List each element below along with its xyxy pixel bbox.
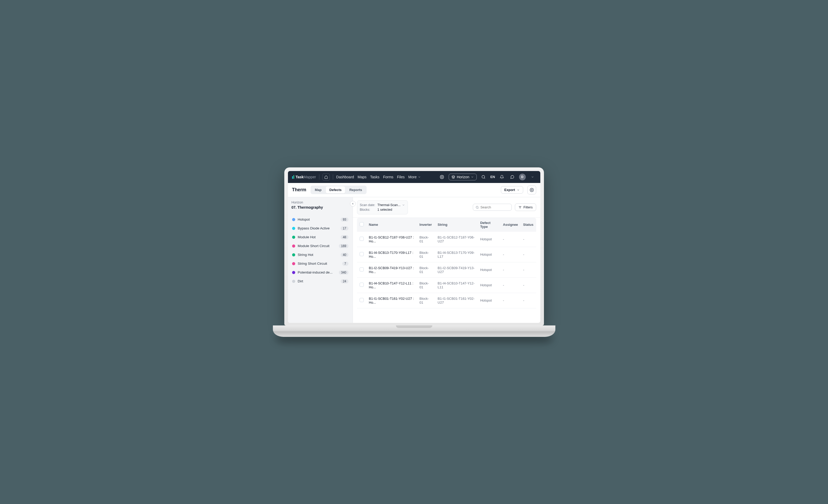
user-menu-caret[interactable] [529,173,536,181]
chevron-down-icon [418,175,421,178]
nav-more[interactable]: More [408,175,421,179]
select-all-checkbox[interactable] [360,222,364,226]
cell-inverter: Block-01 [417,262,435,278]
table-row[interactable]: B1-I1-SCB12-T187-Y06-U27 : Ho...Block-01… [357,232,536,247]
category-label: Bypass Diode Active [298,226,338,230]
sidebar-project: Horizon [292,200,349,204]
scan-date-label: Scan date: [360,203,376,207]
table-row[interactable]: B1-I2-SCB09-T419-Y13-U27 : Ho...Block-01… [357,262,536,278]
col-assignee: Assignee [500,218,521,232]
notifications-button[interactable] [498,173,505,181]
category-count: 24 [341,279,348,283]
cell-assignee: - [500,232,521,247]
col-name: Name [366,218,417,232]
search-input-wrap[interactable] [473,204,512,211]
layers-icon [452,175,455,179]
sidebar-header: Horizon 07. Thermography [288,197,353,213]
svg-marker-1 [452,175,455,177]
table-row[interactable]: B1-I4-SCB13-T170-Y09-L17 : Ho...Block-01… [357,247,536,262]
gear-icon [530,188,534,192]
sidebar-category-item[interactable]: Hotspot93 [290,215,351,224]
tab-defects[interactable]: Defects [326,186,345,193]
row-checkbox[interactable] [360,252,364,256]
category-label: Module Short Circuit [298,244,336,248]
nav-tasks[interactable]: Tasks [370,175,380,179]
project-selector[interactable]: Horizon [449,174,477,180]
sidebar-category-item[interactable]: Module Hot48 [290,233,351,242]
user-avatar[interactable]: D [519,174,526,180]
toolbar: Scan date: Thermal-Scan... Blocks: 1 sel… [353,197,540,218]
nav-dashboard[interactable]: Dashboard [336,175,354,179]
col-status: Status [521,218,536,232]
cell-status: - [521,262,536,278]
filter-icon [518,206,522,209]
cell-status: - [521,293,536,308]
svg-point-2 [482,175,485,178]
sidebar-category-item[interactable]: String Short Circuit7 [290,259,351,268]
nav-maps[interactable]: Maps [358,175,366,179]
sidebar-category-item[interactable]: Potential-induced de...340 [290,268,351,277]
scan-date-value: Thermal-Scan... [377,203,401,207]
filters-button[interactable]: Filters [515,204,536,211]
table-row[interactable]: B1-I1-SCB01-T161-Y02-U27 : Ho...Block-01… [357,293,536,308]
cell-string: B1-I1-SCB01-T161-Y02-U27 [435,293,478,308]
cell-name: B1-I2-SCB09-T419-Y13-U27 : Ho... [366,262,417,278]
export-button[interactable]: Export [501,186,523,194]
cell-assignee: - [500,278,521,293]
chevron-down-icon [471,175,474,178]
sidebar-category-item[interactable]: Bypass Diode Active17 [290,224,351,233]
category-color-dot [292,236,295,239]
cell-assignee: - [500,293,521,308]
cell-inverter: Block-01 [417,247,435,262]
page-settings-button[interactable] [527,185,536,195]
brand-logo-icon [292,175,294,179]
table-row[interactable]: B1-I4-SCB10-T147-Y12-L11 : Ho...Block-01… [357,278,536,293]
cell-name: B1-I4-SCB13-T170-Y09-L17 : Ho... [366,247,417,262]
nav-files[interactable]: Files [397,175,405,179]
tab-reports[interactable]: Reports [345,186,366,193]
sidebar-subproject: 07. Thermography [292,205,349,209]
settings-button[interactable] [438,173,446,181]
row-checkbox[interactable] [360,237,364,241]
sidebar-collapse-button[interactable] [350,201,356,207]
sidebar-category-item[interactable]: Dirt24 [290,277,351,286]
global-search-button[interactable] [480,173,487,181]
category-color-dot [292,245,295,248]
chat-button[interactable] [509,173,516,181]
category-color-dot [292,271,295,274]
bell-icon [500,175,504,179]
cell-assignee: - [500,262,521,278]
nav-forms[interactable]: Forms [383,175,394,179]
search-input[interactable] [480,205,509,209]
home-button[interactable] [323,173,330,181]
scope-filter-box[interactable]: Scan date: Thermal-Scan... Blocks: 1 sel… [357,200,408,214]
cell-status: - [521,247,536,262]
cell-name: B1-I1-SCB01-T161-Y02-U27 : Ho... [366,293,417,308]
category-color-dot [292,262,295,265]
category-label: Potential-induced de... [298,270,336,274]
col-inverter: Inverter [417,218,435,232]
category-color-dot [292,280,295,283]
sidebar-category-list: Hotspot93Bypass Diode Active17Module Hot… [288,213,353,288]
row-checkbox[interactable] [360,267,364,271]
avatar-letter: D [521,175,524,179]
tab-map[interactable]: Map [311,186,325,193]
subheader: Therm Map Defects Reports Export [288,183,540,197]
category-label: Hotspot [298,217,338,221]
export-label: Export [504,188,515,192]
chevron-down-icon [531,175,534,178]
row-checkbox[interactable] [360,298,364,302]
sidebar-category-item[interactable]: Module Short Circuit169 [290,242,351,250]
cell-inverter: Block-01 [417,293,435,308]
language-selector[interactable]: EN [490,175,495,179]
table-wrap[interactable]: Name Inverter String Defect Type Assigne… [353,218,540,323]
sidebar-category-item[interactable]: String Hot40 [290,250,351,259]
cell-inverter: Block-01 [417,278,435,293]
cell-assignee: - [500,247,521,262]
cell-defect-type: Hotspot [478,262,500,278]
row-checkbox[interactable] [360,283,364,287]
brand[interactable]: TaskMapper [292,175,316,179]
search-icon [476,206,479,209]
cell-string: B1-I1-SCB12-T187-Y06-U27 [435,232,478,247]
col-defect-type: Defect Type [478,218,500,232]
